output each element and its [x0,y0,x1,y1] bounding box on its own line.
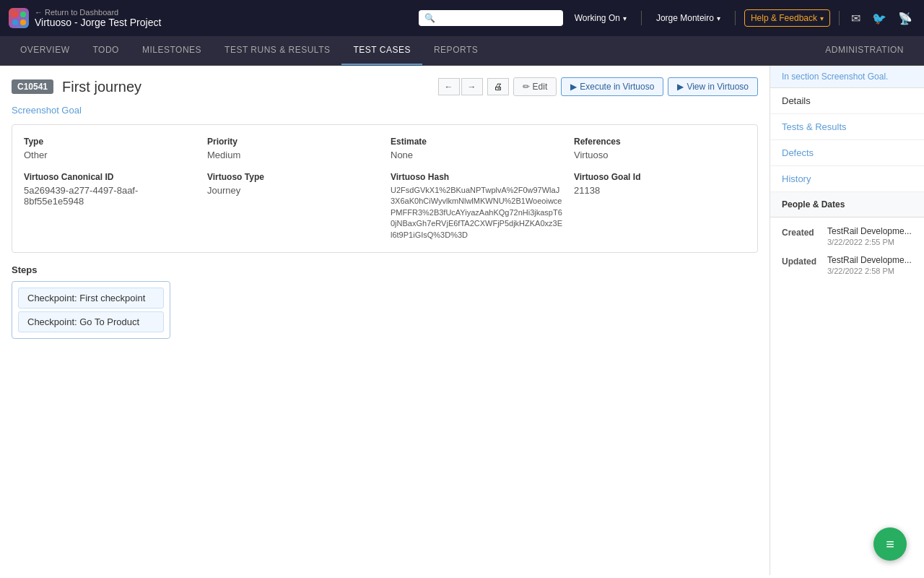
people-dates-content: Created TestRail Developme... 3/22/2022 … [770,217,924,293]
virtuoso-hash-field: Virtuoso Hash U2FsdGVkX1%2BKuaNPTwplvA%2… [391,172,562,241]
created-row: Created TestRail Developme... 3/22/2022 … [782,226,912,246]
execute-button[interactable]: ▶ Execute in Virtuoso [561,77,663,96]
search-input[interactable] [440,13,557,23]
created-label: Created [782,226,821,238]
search-box[interactable]: 🔍 [419,10,563,26]
menu-icon: ≡ [886,536,894,553]
estimate-field: Estimate None [391,137,562,160]
details-grid-bottom: Virtuoso Canonical ID 5a269439-a277-4497… [24,172,746,241]
nav-administration[interactable]: ADMINISTRATION [814,36,915,65]
right-sidebar: In section Screenshot Goal. Details Test… [770,66,924,575]
nav-test-cases[interactable]: TEST CASES [341,36,422,65]
section-label[interactable]: Screenshot Goal [12,105,758,116]
case-header: C10541 First journey ← → 🖨 ✏ Edit ▶ Exec… [12,77,758,96]
main-content: C10541 First journey ← → 🖨 ✏ Edit ▶ Exec… [0,66,924,575]
sidebar-details-link[interactable]: Details [770,88,924,114]
steps-section: Steps Checkpoint: First checkpoint Check… [12,264,758,339]
prev-case-button[interactable]: ← [438,78,460,95]
nav-milestones[interactable]: MILESTONES [131,36,213,65]
app-logo: ← Return to Dashboard Virtuoso - Jorge T… [9,8,161,28]
app-header-text: ← Return to Dashboard Virtuoso - Jorge T… [35,8,161,28]
rss-icon[interactable]: 📡 [895,9,915,28]
references-field: References Virtuoso [574,137,746,160]
edit-icon: ✏ [523,82,530,92]
nav-test-runs[interactable]: TEST RUNS & RESULTS [213,36,341,65]
updated-info: TestRail Developme... 3/22/2022 2:58 PM [827,255,912,275]
created-date: 3/22/2022 2:55 PM [827,238,912,246]
updated-label: Updated [782,255,821,267]
nav-bar: OVERVIEW TODO MILESTONES TEST RUNS & RES… [0,36,924,66]
sidebar-history-link[interactable]: History [770,166,924,192]
updated-row: Updated TestRail Developme... 3/22/2022 … [782,255,912,275]
chevron-down-icon: ▾ [820,14,824,22]
nav-reports[interactable]: REPORTS [422,36,489,65]
updated-by: TestRail Developme... [827,255,912,265]
nav-todo[interactable]: TODO [81,36,130,65]
divider [735,11,736,25]
nav-arrows: ← → [438,78,483,95]
project-title: Virtuoso - Jorge Test Project [35,17,161,28]
print-button[interactable]: 🖨 [487,78,509,95]
created-info: TestRail Developme... 3/22/2022 2:55 PM [827,226,912,246]
return-to-dashboard-link[interactable]: ← Return to Dashboard [35,8,161,17]
case-actions: ← → 🖨 ✏ Edit ▶ Execute in Virtuoso ▶ Vie… [438,77,758,96]
case-id-badge: C10541 [12,79,53,94]
case-title: First journey [62,79,141,95]
virtuoso-id-field: Virtuoso Canonical ID 5a269439-a277-4497… [24,172,196,241]
step-item: Checkpoint: Go To Product [18,311,164,332]
top-bar-right: 🔍 Working On ▾ Jorge Monteiro ▾ Help & F… [419,9,915,28]
sidebar-section-link[interactable]: Screenshot Goal [821,72,886,82]
step-item: Checkpoint: First checkpoint [18,288,164,309]
view-button[interactable]: ▶ View in Virtuoso [668,77,758,96]
virtuoso-goal-field: Virtuoso Goal Id 21138 [574,172,746,241]
sidebar-tests-results-link[interactable]: Tests & Results [770,114,924,140]
steps-container: Checkpoint: First checkpoint Checkpoint:… [12,281,170,339]
search-icon: 🔍 [424,13,435,23]
priority-field: Priority Medium [207,137,379,160]
updated-date: 3/22/2022 2:58 PM [827,267,912,275]
divider [839,11,840,25]
chevron-down-icon: ▾ [623,14,627,22]
chevron-down-icon: ▾ [717,14,720,22]
type-field: Type Other [24,137,196,160]
help-feedback-button[interactable]: Help & Feedback ▾ [744,9,830,27]
sidebar-section-header: In section Screenshot Goal. [770,66,924,88]
next-case-button[interactable]: → [461,78,483,95]
edit-button[interactable]: ✏ Edit [513,77,557,96]
top-bar: ← Return to Dashboard Virtuoso - Jorge T… [0,0,924,36]
play-icon: ▶ [570,82,577,92]
logo-icon [9,8,29,28]
mail-icon[interactable]: ✉ [848,9,863,28]
working-on-button[interactable]: Working On ▾ [569,10,632,26]
user-menu-button[interactable]: Jorge Monteiro ▾ [650,10,726,26]
details-grid-top: Type Other Priority Medium Estimate None… [24,137,746,160]
float-action-button[interactable]: ≡ [873,527,907,561]
divider [641,11,642,25]
details-card: Type Other Priority Medium Estimate None… [12,124,758,253]
steps-label: Steps [12,264,758,275]
virtuoso-type-field: Virtuoso Type Journey [207,172,379,241]
nav-overview[interactable]: OVERVIEW [9,36,81,65]
play-icon: ▶ [677,82,684,92]
created-by: TestRail Developme... [827,226,912,236]
people-dates-header: People & Dates [770,192,924,217]
sidebar-defects-link[interactable]: Defects [770,140,924,166]
content-area: C10541 First journey ← → 🖨 ✏ Edit ▶ Exec… [0,66,770,575]
sidebar-people-section: People & Dates Created TestRail Developm… [770,192,924,293]
twitter-icon[interactable]: 🐦 [869,9,889,28]
